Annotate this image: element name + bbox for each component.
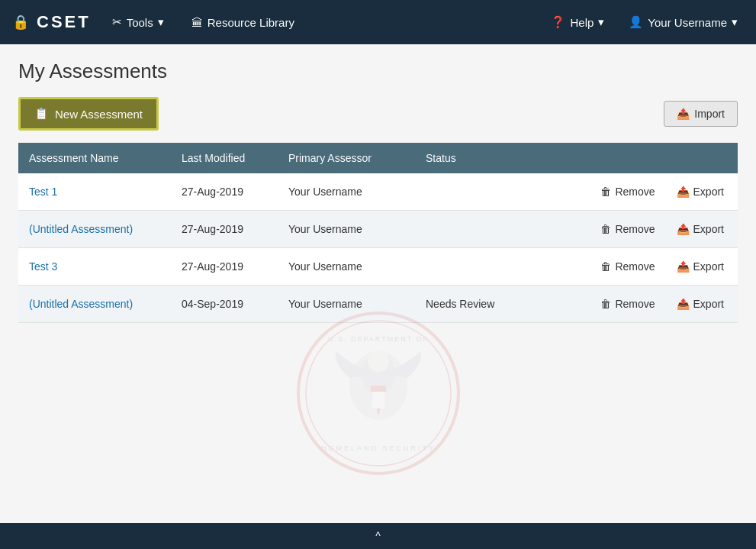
export-label-1: Export [693, 223, 724, 235]
tools-label: Tools [127, 16, 153, 29]
tools-icon: ✂ [112, 15, 122, 29]
cell-modified-2: 27-Aug-2019 [171, 248, 278, 286]
import-icon: 📤 [677, 108, 690, 120]
import-label: Import [694, 108, 725, 120]
status-badge-3: Needs Review [426, 298, 494, 310]
resource-library-menu[interactable]: 🏛 Resource Library [185, 13, 301, 32]
new-assessment-button[interactable]: 📋 New Assessment [18, 97, 159, 131]
new-assessment-icon: 📋 [34, 107, 49, 121]
nav-right: ❓ Help ▾ 👤 Your Username ▾ [545, 12, 744, 32]
table-row: Test 1 27-Aug-2019 Your Username 🗑 Remov… [18, 173, 738, 211]
cell-modified-1: 27-Aug-2019 [171, 211, 278, 248]
resource-library-icon: 🏛 [191, 16, 203, 29]
user-dropdown-icon: ▾ [732, 15, 738, 29]
toolbar: 📋 New Assessment 📤 Import [18, 97, 738, 131]
help-dropdown-icon: ▾ [598, 15, 604, 29]
export-button-3[interactable]: 📤 Export [674, 296, 727, 312]
table-row: (Untitled Assessment) 27-Aug-2019 Your U… [18, 211, 738, 248]
table-row: Test 3 27-Aug-2019 Your Username 🗑 Remov… [18, 248, 738, 286]
col-header-modified: Last Modified [171, 143, 278, 173]
assessments-table: Assessment Name Last Modified Primary As… [18, 143, 738, 323]
remove-button-2[interactable]: 🗑 Remove [597, 259, 658, 274]
remove-icon-2: 🗑 [600, 260, 611, 273]
cell-actions-3: 🗑 Remove 📤 Export [537, 286, 738, 323]
table-row: (Untitled Assessment) 04-Sep-2019 Your U… [18, 286, 738, 323]
page-title: My Assessments [18, 60, 738, 83]
col-header-assessor: Primary Assessor [278, 143, 415, 173]
remove-icon-0: 🗑 [600, 186, 611, 198]
svg-point-0 [298, 313, 458, 473]
remove-label-1: Remove [615, 223, 655, 235]
cell-status-3: Needs Review [415, 286, 537, 323]
assessment-link-1[interactable]: (Untitled Assessment) [29, 223, 133, 235]
export-button-0[interactable]: 📤 Export [674, 184, 727, 199]
user-menu[interactable]: 👤 Your Username ▾ [622, 12, 744, 32]
svg-text:HOMELAND SECURITY: HOMELAND SECURITY [320, 444, 435, 452]
help-icon: ❓ [551, 15, 565, 29]
assessment-link-2[interactable]: Test 3 [29, 260, 57, 273]
cell-modified-3: 04-Sep-2019 [171, 286, 278, 323]
svg-point-1 [306, 321, 451, 466]
export-button-1[interactable]: 📤 Export [674, 221, 727, 237]
tools-menu[interactable]: ✂ Tools ▾ [106, 12, 170, 32]
cell-actions-0: 🗑 Remove 📤 Export [537, 173, 738, 211]
assessment-link-0[interactable]: Test 1 [29, 186, 57, 198]
export-button-2[interactable]: 📤 Export [674, 259, 727, 274]
remove-icon-3: 🗑 [600, 298, 611, 310]
cell-name-0: Test 1 [18, 173, 171, 211]
cell-status-2 [415, 248, 537, 286]
cell-assessor-3: Your Username [278, 286, 415, 323]
help-menu[interactable]: ❓ Help ▾ [545, 12, 610, 32]
export-icon-0: 📤 [677, 186, 690, 198]
export-icon-3: 📤 [677, 298, 690, 310]
lock-icon: 🔒 [12, 14, 31, 31]
resource-library-label: Resource Library [207, 16, 294, 29]
remove-icon-1: 🗑 [600, 223, 611, 235]
cell-assessor-2: Your Username [278, 248, 415, 286]
col-header-actions [537, 143, 738, 173]
svg-point-6 [368, 350, 389, 372]
col-header-status: Status [415, 143, 537, 173]
export-icon-2: 📤 [677, 260, 690, 273]
cell-actions-1: 🗑 Remove 📤 Export [537, 211, 738, 248]
export-label-2: Export [693, 260, 724, 273]
export-icon-1: 📤 [677, 223, 690, 235]
export-label-0: Export [693, 186, 724, 198]
cell-modified-0: 27-Aug-2019 [171, 173, 278, 211]
remove-label-0: Remove [615, 186, 655, 198]
navbar: 🔒 CSET ✂ Tools ▾ 🏛 Resource Library ❓ He… [0, 0, 756, 44]
main-content: My Assessments 📋 New Assessment 📤 Import… [0, 44, 756, 523]
help-label: Help [570, 16, 594, 29]
remove-button-3[interactable]: 🗑 Remove [597, 296, 658, 312]
svg-rect-7 [372, 386, 384, 409]
assessment-link-3[interactable]: (Untitled Assessment) [29, 298, 133, 310]
brand-logo[interactable]: 🔒 CSET [12, 12, 91, 32]
cell-actions-2: 🗑 Remove 📤 Export [537, 248, 738, 286]
new-assessment-label: New Assessment [55, 108, 143, 121]
export-label-3: Export [693, 298, 724, 310]
svg-text:U.S. DEPARTMENT OF: U.S. DEPARTMENT OF [327, 335, 428, 343]
cell-status-0 [415, 173, 537, 211]
col-header-name: Assessment Name [18, 143, 171, 173]
username-label: Your Username [648, 16, 727, 29]
svg-point-4 [349, 351, 407, 420]
remove-label-2: Remove [615, 260, 655, 273]
cell-status-1 [415, 211, 537, 248]
import-button[interactable]: 📤 Import [664, 101, 738, 127]
footer-chevron-icon: ^ [375, 530, 381, 542]
remove-button-1[interactable]: 🗑 Remove [597, 221, 658, 237]
svg-point-5 [362, 353, 395, 396]
cell-name-1: (Untitled Assessment) [18, 211, 171, 248]
cell-assessor-1: Your Username [278, 211, 415, 248]
brand-text: CSET [37, 12, 91, 32]
tools-dropdown-icon: ▾ [158, 15, 164, 29]
footer[interactable]: ^ [0, 523, 756, 549]
watermark: HOMELAND SECURITY U.S. DEPARTMENT OF [294, 309, 462, 477]
remove-label-3: Remove [615, 298, 655, 310]
table-header-row: Assessment Name Last Modified Primary As… [18, 143, 738, 173]
cell-name-3: (Untitled Assessment) [18, 286, 171, 323]
cell-assessor-0: Your Username [278, 173, 415, 211]
remove-button-0[interactable]: 🗑 Remove [597, 184, 658, 199]
cell-name-2: Test 3 [18, 248, 171, 286]
user-icon: 👤 [629, 15, 643, 29]
